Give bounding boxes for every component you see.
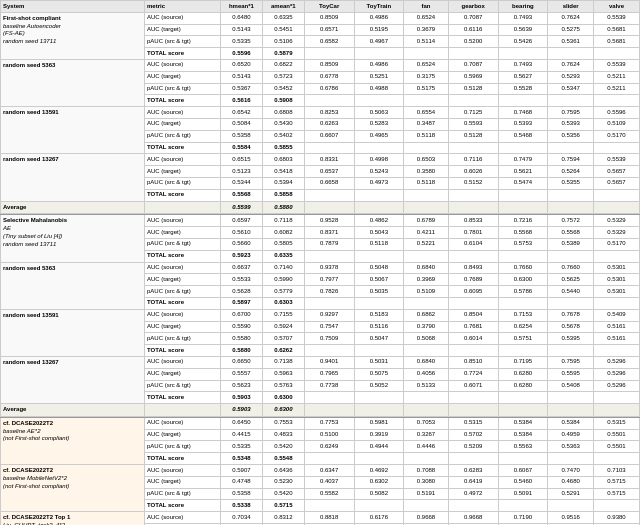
- fan-cell: 0.7088: [404, 465, 449, 477]
- fan-cell: 0.4056: [404, 368, 449, 380]
- valve-cell: 0.5161: [594, 321, 640, 333]
- metric-cell: AUC (target): [145, 321, 221, 333]
- hmean-cell: 0.5335: [220, 441, 262, 453]
- col-slider: slider: [548, 1, 594, 13]
- fan-cell: 0.5114: [404, 36, 449, 48]
- toycar-cell: [304, 392, 354, 404]
- table-row: Average0.55990.5880: [1, 201, 640, 214]
- valve-cell: 0.5409: [594, 309, 640, 321]
- toycar-cell: 0.6658: [304, 177, 354, 189]
- metric-cell: AUC (source): [145, 154, 221, 166]
- slider-cell: 0.5440: [548, 286, 594, 298]
- toytrain-cell: 0.4692: [354, 465, 404, 477]
- slider-cell: [548, 142, 594, 154]
- fan-cell: 0.5118: [404, 130, 449, 142]
- metric-cell: pAUC (src & tgt): [145, 333, 221, 345]
- toytrain-cell: 0.5052: [354, 380, 404, 392]
- col-valve: valve: [594, 1, 640, 13]
- bearing-cell: 0.7468: [498, 107, 548, 119]
- toycar-cell: 0.7965: [304, 368, 354, 380]
- bearing-cell: 0.5568: [498, 227, 548, 239]
- bearing-cell: [498, 95, 548, 107]
- gearbox-cell: 0.8504: [448, 309, 498, 321]
- toycar-cell: 0.7509: [304, 333, 354, 345]
- toytrain-cell: [354, 250, 404, 262]
- system-name-cell: random seed 13267: [1, 154, 145, 201]
- metric-cell: AUC (target): [145, 118, 221, 130]
- valve-cell: 0.5715: [594, 476, 640, 488]
- fan-cell: 0.9668: [404, 512, 449, 524]
- toytrain-cell: 0.5118: [354, 238, 404, 250]
- bearing-cell: 0.6067: [498, 465, 548, 477]
- fan-cell: [404, 500, 449, 512]
- valve-cell: 0.5301: [594, 286, 640, 298]
- amean-cell: 0.6300: [262, 392, 304, 404]
- toycar-cell: 0.6537: [304, 166, 354, 178]
- fan-cell: 0.5109: [404, 286, 449, 298]
- toycar-cell: 0.6263: [304, 118, 354, 130]
- fan-cell: 0.6840: [404, 262, 449, 274]
- valve-cell: 0.5211: [594, 83, 640, 95]
- toycar-cell: 0.7826: [304, 286, 354, 298]
- toytrain-cell: 0.4965: [354, 130, 404, 142]
- gearbox-cell: 0.5969: [448, 71, 498, 83]
- valve-cell: 0.5501: [594, 441, 640, 453]
- table-row: Selective MahalanobisAE(Tiny subset of L…: [1, 215, 640, 227]
- metric-cell: AUC (source): [145, 262, 221, 274]
- gearbox-cell: 0.6071: [448, 380, 498, 392]
- hmean-cell: 0.5084: [220, 118, 262, 130]
- valve-cell: 0.5315: [594, 417, 640, 429]
- metric-cell: pAUC (src & tgt): [145, 177, 221, 189]
- bearing-cell: 0.5091: [498, 488, 548, 500]
- gearbox-cell: [448, 500, 498, 512]
- valve-cell: 0.5170: [594, 130, 640, 142]
- slider-cell: 0.4959: [548, 429, 594, 441]
- amean-cell: 0.6300: [262, 404, 304, 417]
- valve-cell: 0.5109: [594, 118, 640, 130]
- bearing-cell: 0.5460: [498, 476, 548, 488]
- fan-cell: [404, 453, 449, 465]
- valve-cell: 0.5296: [594, 356, 640, 368]
- amean-cell: 0.5805: [262, 238, 304, 250]
- bearing-cell: 0.5563: [498, 441, 548, 453]
- amean-cell: 0.5908: [262, 95, 304, 107]
- slider-cell: 0.7594: [548, 154, 594, 166]
- metric-cell: TOTAL score: [145, 500, 221, 512]
- toytrain-cell: 0.5035: [354, 286, 404, 298]
- hmean-cell: 0.6515: [220, 154, 262, 166]
- col-hmean: hmean*1: [220, 1, 262, 13]
- table-row: random seed 13267AUC (source)0.65150.680…: [1, 154, 640, 166]
- hmean-cell: 0.5557: [220, 368, 262, 380]
- fan-cell: [404, 189, 449, 201]
- valve-cell: 0.5539: [594, 59, 640, 71]
- valve-cell: [594, 189, 640, 201]
- hmean-cell: 0.6450: [220, 417, 262, 429]
- amean-cell: 0.6303: [262, 297, 304, 309]
- hmean-cell: 0.6650: [220, 356, 262, 368]
- valve-cell: 0.5539: [594, 12, 640, 24]
- gearbox-cell: 0.5200: [448, 36, 498, 48]
- bearing-cell: 0.5751: [498, 333, 548, 345]
- bearing-cell: 0.7190: [498, 512, 548, 524]
- bearing-cell: 0.5627: [498, 71, 548, 83]
- metric-cell: AUC (source): [145, 309, 221, 321]
- slider-cell: 0.7660: [548, 262, 594, 274]
- system-name-cell: cf. DCASE2022T2baseline MobileNetV2*2(no…: [1, 465, 145, 512]
- hmean-cell: 0.5596: [220, 48, 262, 60]
- fan-cell: 0.3487: [404, 118, 449, 130]
- toytrain-cell: [354, 142, 404, 154]
- fan-cell: 0.3969: [404, 274, 449, 286]
- amean-cell: 0.6335: [262, 12, 304, 24]
- fan-cell: 0.6840: [404, 356, 449, 368]
- metric-cell: [145, 201, 221, 214]
- slider-cell: 0.5275: [548, 24, 594, 36]
- hmean-cell: 0.5590: [220, 321, 262, 333]
- bearing-cell: 0.5786: [498, 286, 548, 298]
- fan-cell: 0.5191: [404, 488, 449, 500]
- toycar-cell: [304, 297, 354, 309]
- slider-cell: 0.7624: [548, 12, 594, 24]
- bearing-cell: [498, 189, 548, 201]
- toycar-cell: 0.6582: [304, 36, 354, 48]
- valve-cell: [594, 142, 640, 154]
- metric-cell: pAUC (src & tgt): [145, 130, 221, 142]
